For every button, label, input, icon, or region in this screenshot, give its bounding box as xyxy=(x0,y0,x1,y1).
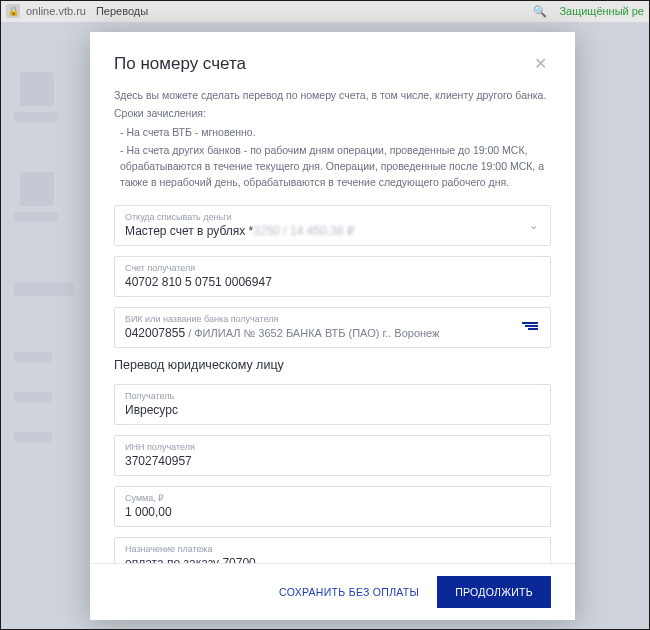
transfer-modal: По номеру счета ✕ Здесь вы можете сделат… xyxy=(90,32,575,620)
lock-icon: 🔒 xyxy=(6,4,20,18)
modal-title: По номеру счета xyxy=(114,54,530,74)
inn-field[interactable]: ИНН получателя 3702740957 xyxy=(114,435,551,476)
bank-logo-icon xyxy=(522,322,538,332)
url-text: online.vtb.ru xyxy=(26,5,86,17)
source-account-field[interactable]: Откуда списывать деньги Мастер счет в ру… xyxy=(114,205,551,246)
field-label: ИНН получателя xyxy=(125,442,540,452)
field-value: 1 000,00 xyxy=(125,505,540,519)
close-icon[interactable]: ✕ xyxy=(530,50,551,77)
field-label: Назначение платежа xyxy=(125,544,540,554)
field-value: Ивресурс xyxy=(125,403,540,417)
section-title: Перевод юридическому лицу xyxy=(114,358,551,372)
field-value: Мастер счет в рублях *3250 / 14 450,38 ₽ xyxy=(125,224,540,238)
purpose-field[interactable]: Назначение платежа оплата по заказу 7070… xyxy=(114,537,551,563)
field-label: Счет получателя xyxy=(125,263,540,273)
search-icon[interactable]: 🔍 xyxy=(533,5,547,18)
continue-button[interactable]: ПРОДОЛЖИТЬ xyxy=(437,576,551,608)
field-value: 40702 810 5 0751 0006947 xyxy=(125,275,540,289)
save-without-payment-button[interactable]: СОХРАНИТЬ БЕЗ ОПЛАТЫ xyxy=(279,586,419,598)
recipient-account-field[interactable]: Счет получателя 40702 810 5 0751 0006947 xyxy=(114,256,551,297)
page-tab-title: Переводы xyxy=(96,5,148,17)
field-value: 3702740957 xyxy=(125,454,540,468)
amount-field[interactable]: Сумма, ₽ 1 000,00 xyxy=(114,486,551,527)
secure-mode-label: Защищённый ре xyxy=(559,5,644,17)
bic-field[interactable]: БИК или название банка получателя 042007… xyxy=(114,307,551,348)
chevron-down-icon: ⌄ xyxy=(529,219,538,232)
field-label: БИК или название банка получателя xyxy=(125,314,540,324)
field-value: оплата по заказу 70700 xyxy=(125,556,540,563)
recipient-name-field[interactable]: Получатель Ивресурс xyxy=(114,384,551,425)
field-label: Откуда списывать деньги xyxy=(125,212,540,222)
field-value: 042007855 / ФИЛИАЛ № 3652 БАНКА ВТБ (ПАО… xyxy=(125,326,540,340)
info-block: Здесь вы можете сделать перевод по номер… xyxy=(114,87,551,191)
field-label: Получатель xyxy=(125,391,540,401)
field-label: Сумма, ₽ xyxy=(125,493,540,503)
browser-address-bar: 🔒 online.vtb.ru Переводы 🔍 Защищённый ре xyxy=(0,0,650,22)
